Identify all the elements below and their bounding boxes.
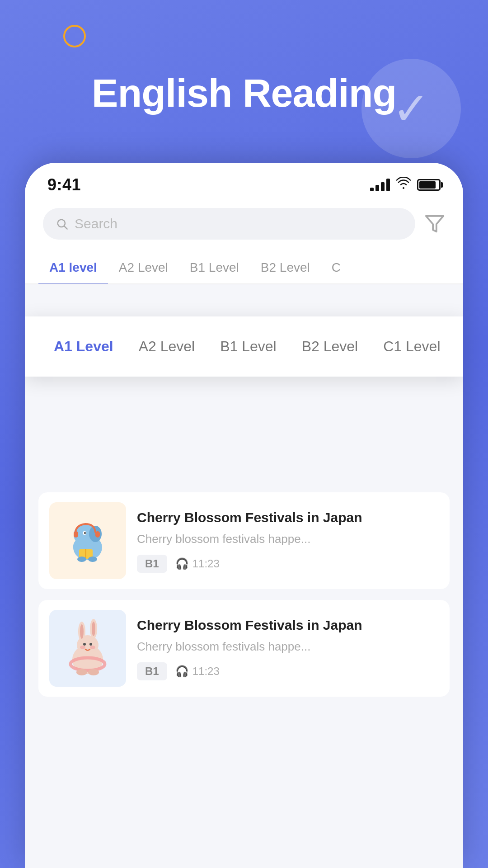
status-bar: 9:41 — [25, 163, 463, 203]
dropdown-tab-b2[interactable]: B2 Level — [289, 330, 371, 363]
article-info: Cherry Blossom Festivals in Japan Cherry… — [137, 616, 439, 680]
svg-point-25 — [76, 669, 87, 675]
article-thumbnail-bunny — [49, 610, 126, 687]
article-desc: Cherry blossom festivals happe... — [137, 531, 439, 547]
dropdown-tab-a2[interactable]: A2 Level — [126, 330, 208, 363]
svg-point-17 — [80, 624, 84, 639]
wifi-icon — [396, 177, 411, 193]
article-card[interactable]: Cherry Blossom Festivals in Japan Cherry… — [38, 600, 450, 697]
phone-tab-bar: A1 level A2 Level B1 Level B2 Level C — [25, 248, 463, 284]
battery-icon — [417, 179, 441, 191]
filter-icon[interactable] — [424, 213, 445, 234]
svg-rect-8 — [74, 531, 78, 538]
search-placeholder: Search — [75, 216, 117, 231]
search-icon — [56, 217, 68, 230]
svg-point-7 — [84, 532, 86, 534]
article-title: Cherry Blossom Festivals in Japan — [137, 509, 439, 526]
top-circle-decoration — [63, 25, 86, 47]
svg-point-23 — [90, 646, 95, 649]
phone-mockup: 9:41 — [25, 163, 463, 868]
svg-point-12 — [77, 557, 86, 562]
article-level-badge: B1 — [137, 555, 167, 573]
duration-text: 11:23 — [192, 557, 220, 570]
article-level-badge: B1 — [137, 662, 167, 680]
phone-tab-a1[interactable]: A1 level — [38, 255, 108, 284]
article-card[interactable]: Cherry Blossom Festivals in Japan Cherry… — [38, 492, 450, 589]
phone-tab-b2[interactable]: B2 Level — [250, 255, 321, 284]
article-thumbnail-elephant — [49, 502, 126, 579]
duration-text: 11:23 — [192, 665, 220, 678]
svg-point-26 — [88, 669, 99, 675]
article-meta: B1 🎧 11:23 — [137, 662, 439, 680]
phone-tab-c[interactable]: C — [321, 255, 352, 284]
article-title: Cherry Blossom Festivals in Japan — [137, 616, 439, 634]
headphone-icon: 🎧 — [175, 557, 189, 570]
signal-icon — [370, 179, 390, 191]
article-duration: 🎧 11:23 — [175, 557, 220, 570]
article-desc: Cherry blossom festivals happe... — [137, 638, 439, 655]
dropdown-tab-c1[interactable]: C1 Level — [371, 330, 453, 363]
article-meta: B1 🎧 11:23 — [137, 555, 439, 573]
svg-point-21 — [89, 643, 92, 646]
headphone-icon: 🎧 — [175, 665, 189, 678]
svg-marker-2 — [426, 216, 443, 232]
search-bar: Search — [25, 203, 463, 248]
svg-point-19 — [92, 622, 95, 636]
phone-tab-a2[interactable]: A2 Level — [108, 255, 179, 284]
svg-point-20 — [83, 643, 86, 646]
article-duration: 🎧 11:23 — [175, 665, 220, 678]
level-dropdown: A1 Level A2 Level B1 Level B2 Level C1 L… — [25, 316, 463, 377]
svg-point-13 — [88, 557, 97, 562]
reading-list: Cherry Blossom Festivals in Japan Cherry… — [25, 492, 463, 697]
page-title: English Reading — [0, 70, 488, 116]
status-time: 9:41 — [47, 175, 81, 194]
status-icons — [370, 177, 441, 193]
search-input-wrap[interactable]: Search — [43, 208, 415, 240]
svg-point-22 — [80, 646, 85, 649]
article-info: Cherry Blossom Festivals in Japan Cherry… — [137, 509, 439, 572]
phone-tab-b1[interactable]: B1 Level — [179, 255, 250, 284]
svg-line-1 — [64, 226, 67, 229]
svg-rect-9 — [95, 531, 100, 538]
dropdown-tab-a1[interactable]: A1 Level — [41, 330, 126, 363]
dropdown-tab-b1[interactable]: B1 Level — [207, 330, 289, 363]
